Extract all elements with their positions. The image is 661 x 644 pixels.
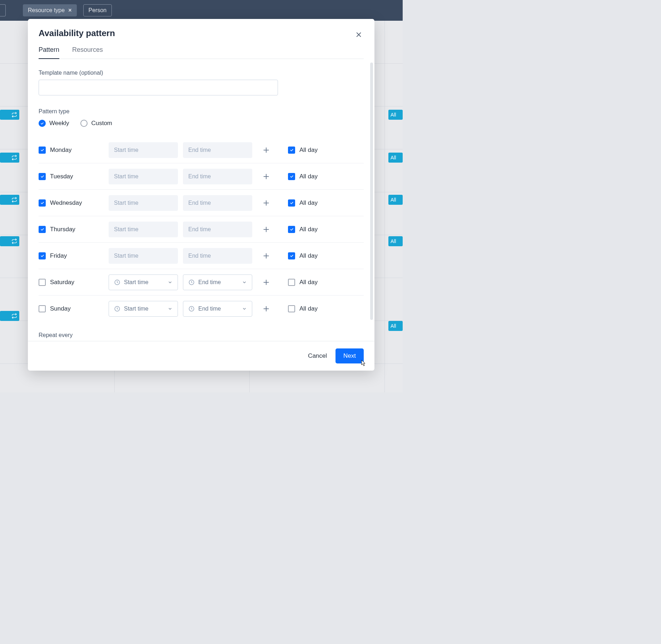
day-name: Friday: [50, 252, 67, 259]
pattern-type-label: Pattern type: [39, 108, 364, 115]
day-checkbox[interactable]: Saturday: [39, 279, 109, 286]
modal-footer: Cancel Next: [28, 341, 374, 371]
all-day-checkbox[interactable]: All day: [288, 199, 318, 207]
chevron-down-icon: [168, 306, 173, 311]
day-checkbox[interactable]: Friday: [39, 252, 109, 259]
day-row: ThursdayStart timeEnd timeAll day: [39, 216, 364, 243]
end-time-input[interactable]: End time: [183, 301, 252, 317]
placeholder: End time: [188, 200, 211, 206]
day-row: TuesdayStart timeEnd timeAll day: [39, 163, 364, 190]
day-checkbox[interactable]: Monday: [39, 147, 109, 154]
day-row: SaturdayStart timeEnd timeAll day: [39, 269, 364, 296]
end-time-input: End time: [183, 142, 252, 158]
all-day-label: All day: [299, 173, 318, 180]
modal-title: Availability pattern: [39, 28, 115, 38]
app-top-bar: Resource type × Person: [0, 0, 403, 21]
end-time-input[interactable]: End time: [183, 274, 252, 290]
placeholder: Start time: [114, 200, 138, 206]
filter-chip-label: Resource type: [28, 7, 65, 14]
day-checkbox[interactable]: Thursday: [39, 226, 109, 233]
placeholder: Start time: [114, 226, 138, 233]
all-day-checkbox[interactable]: All day: [288, 252, 318, 259]
modal-header: Availability pattern Pattern Resources: [28, 19, 374, 59]
day-row: SundayStart timeEnd timeAll day: [39, 296, 364, 322]
all-day-label: All day: [299, 199, 318, 207]
end-time-input: End time: [183, 195, 252, 211]
all-day-label: All day: [299, 147, 318, 154]
template-name-input[interactable]: [39, 80, 278, 95]
availability-pattern-modal: Availability pattern Pattern Resources T…: [28, 19, 374, 371]
event-pill: [0, 110, 19, 120]
radio-custom[interactable]: Custom: [80, 120, 112, 127]
day-name: Thursday: [50, 226, 75, 233]
placeholder: End time: [188, 173, 211, 180]
day-checkbox[interactable]: Wednesday: [39, 199, 109, 207]
radio-weekly[interactable]: Weekly: [39, 120, 69, 127]
start-time-input: Start time: [109, 142, 178, 158]
event-pill-right: All: [388, 195, 403, 205]
clock-icon: [188, 306, 195, 312]
all-day-label: All day: [299, 252, 318, 259]
all-day-checkbox[interactable]: All day: [288, 305, 318, 312]
start-time-input[interactable]: Start time: [109, 274, 178, 290]
radio-label: Weekly: [49, 120, 69, 127]
all-day-label: All day: [299, 279, 318, 286]
tab-pattern[interactable]: Pattern: [39, 46, 59, 59]
close-button[interactable]: [354, 30, 364, 40]
next-button[interactable]: Next: [336, 348, 364, 363]
day-name: Wednesday: [50, 199, 82, 207]
add-time-range-button[interactable]: [261, 251, 271, 261]
event-pill: [0, 311, 19, 321]
placeholder: Start time: [124, 279, 148, 286]
day-row: FridayStart timeEnd timeAll day: [39, 243, 364, 269]
all-day-checkbox[interactable]: All day: [288, 279, 318, 286]
day-name: Saturday: [50, 279, 74, 286]
event-pill-right: All: [388, 153, 403, 163]
start-time-input: Start time: [109, 222, 178, 237]
chevron-down-icon: [242, 280, 247, 285]
cancel-button[interactable]: Cancel: [308, 352, 327, 360]
add-time-range-button[interactable]: [261, 277, 271, 287]
scrollbar[interactable]: [370, 63, 373, 320]
event-pill: [0, 153, 19, 163]
event-pill: [0, 195, 19, 205]
event-pill-right: All: [388, 321, 403, 331]
repeat-icon: [11, 112, 17, 118]
all-day-label: All day: [299, 226, 318, 233]
clock-icon: [114, 279, 120, 286]
filter-chip-edge: [0, 4, 6, 16]
repeat-every-label: Repeat every: [39, 332, 364, 338]
end-time-input: End time: [183, 248, 252, 264]
all-day-checkbox[interactable]: All day: [288, 173, 318, 180]
clock-icon: [188, 279, 195, 286]
placeholder: End time: [198, 306, 221, 312]
all-day-label: All day: [299, 305, 318, 312]
day-checkbox[interactable]: Sunday: [39, 305, 109, 312]
add-time-range-button[interactable]: [261, 304, 271, 314]
filter-chip-person[interactable]: Person: [83, 4, 112, 16]
filter-chip-label: Person: [89, 7, 107, 14]
placeholder: Start time: [124, 306, 148, 312]
add-time-range-button[interactable]: [261, 224, 271, 234]
add-time-range-button[interactable]: [261, 198, 271, 208]
repeat-icon: [11, 313, 17, 319]
all-day-checkbox[interactable]: All day: [288, 147, 318, 154]
radio-label: Custom: [91, 120, 112, 127]
day-row: MondayStart timeEnd timeAll day: [39, 137, 364, 163]
day-checkbox[interactable]: Tuesday: [39, 173, 109, 180]
day-row: WednesdayStart timeEnd timeAll day: [39, 190, 364, 216]
add-time-range-button[interactable]: [261, 145, 271, 155]
placeholder: End time: [188, 147, 211, 153]
add-time-range-button[interactable]: [261, 172, 271, 182]
template-name-label: Template name (optional): [39, 70, 364, 76]
filter-chip-resource-type[interactable]: Resource type ×: [23, 4, 77, 16]
event-pill: [0, 236, 19, 246]
modal-body: Template name (optional) Pattern type We…: [28, 59, 374, 341]
start-time-input[interactable]: Start time: [109, 301, 178, 317]
placeholder: End time: [188, 226, 211, 233]
placeholder: Start time: [114, 253, 138, 259]
tab-resources[interactable]: Resources: [72, 46, 103, 59]
all-day-checkbox[interactable]: All day: [288, 226, 318, 233]
event-pill-right: All: [388, 236, 403, 246]
day-name: Sunday: [50, 305, 71, 312]
